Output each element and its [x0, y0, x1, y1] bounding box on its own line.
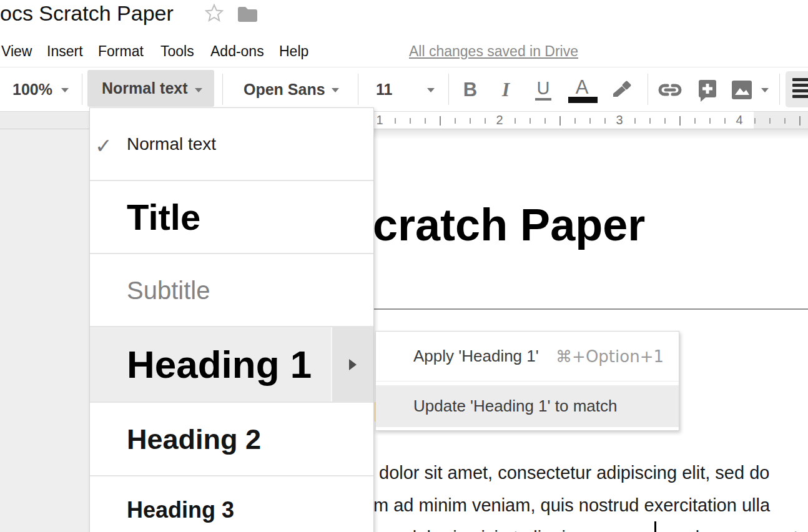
zoom-select[interactable]: 100%: [12, 67, 52, 112]
chevron-down-icon: [195, 88, 202, 92]
text-color-icon: A: [576, 78, 589, 97]
bold-button[interactable]: B: [456, 67, 484, 112]
image-icon: [731, 79, 753, 101]
toolbar-separator: [648, 74, 648, 105]
align-lines-icon: [792, 78, 808, 98]
style-option-label: Heading 3: [90, 499, 234, 521]
menu-addons[interactable]: Add-ons: [210, 42, 264, 61]
style-option-heading-2[interactable]: Heading 2: [90, 403, 373, 476]
paragraph-style-value: Normal text: [102, 70, 188, 107]
paragraph-styles-menu: ✓ Normal text Title Subtitle Heading 1 H…: [89, 107, 374, 532]
chevron-down-icon: [427, 88, 435, 92]
insert-comment-button[interactable]: [694, 67, 721, 112]
comment-icon: [696, 78, 719, 102]
font-select[interactable]: Open Sans: [244, 67, 325, 112]
chevron-down-icon: [332, 88, 339, 92]
style-option-label: Heading 2: [90, 425, 261, 453]
style-option-heading-3[interactable]: Heading 3: [90, 476, 373, 532]
underline-button[interactable]: U: [530, 67, 557, 112]
menu-insert[interactable]: Insert: [47, 42, 83, 61]
chevron-down-icon: [61, 88, 69, 92]
document-title-text: cratch Paper: [373, 199, 645, 251]
star-icon[interactable]: [204, 3, 224, 23]
keyboard-shortcut: ⌘+Option+1: [556, 347, 664, 366]
heading-1-submenu: Apply 'Heading 1' ⌘+Option+1 Update 'Hea…: [375, 331, 679, 431]
body-text-line: dolor sit amet, consectetur adipiscing e…: [379, 461, 769, 484]
apply-heading-1-item[interactable]: Apply 'Heading 1' ⌘+Option+1: [376, 332, 679, 382]
style-option-label: Subtitle: [90, 278, 210, 303]
style-option-label: Title: [90, 199, 200, 235]
title-bar: ocs Scratch Paper: [0, 0, 808, 36]
text-cursor: [654, 521, 656, 532]
toolbar-separator: [222, 74, 223, 105]
font-size-select[interactable]: 11: [376, 67, 392, 112]
align-button[interactable]: [786, 71, 808, 107]
toolbar-separator: [448, 74, 449, 105]
text-color-swatch: [568, 97, 598, 103]
body-text-line: mco laboris nisi ut aliquip ex ea commod…: [373, 526, 808, 532]
update-heading-1-item[interactable]: Update 'Heading 1' to match: [376, 385, 679, 427]
google-docs-app: ocs Scratch Paper View Insert Format Too…: [0, 0, 808, 532]
menu-tools[interactable]: Tools: [160, 42, 194, 61]
link-icon: [657, 79, 683, 101]
underline-icon: U: [535, 79, 552, 101]
update-heading-1-label: Update 'Heading 1' to match: [376, 397, 617, 416]
style-option-label: Heading 1: [90, 345, 312, 384]
menu-help[interactable]: Help: [279, 42, 308, 61]
document-name-field[interactable]: ocs Scratch Paper: [0, 1, 174, 26]
insert-image-button[interactable]: [728, 67, 756, 112]
image-options-chevron-icon[interactable]: [761, 88, 769, 92]
submenu-arrow-icon: [349, 359, 357, 370]
italic-icon: I: [502, 79, 510, 101]
highlight-button[interactable]: [606, 67, 634, 112]
toolbar-separator: [82, 74, 82, 105]
menu-view[interactable]: View: [1, 42, 32, 61]
checkmark-icon: ✓: [95, 135, 112, 156]
menu-format[interactable]: Format: [98, 42, 144, 61]
style-option-subtitle[interactable]: Subtitle: [90, 254, 373, 327]
folder-icon[interactable]: [237, 4, 258, 23]
heading-1-submenu-toggle[interactable]: [331, 327, 373, 401]
paragraph-style-select[interactable]: Normal text: [87, 70, 214, 107]
italic-button[interactable]: I: [492, 67, 520, 112]
toolbar-separator: [779, 74, 780, 105]
highlighter-icon: [608, 78, 632, 102]
style-option-heading-1[interactable]: Heading 1: [90, 327, 373, 403]
style-option-title[interactable]: Title: [90, 181, 373, 254]
apply-heading-1-label: Apply 'Heading 1': [376, 347, 539, 366]
bold-icon: B: [463, 79, 477, 101]
toolbar: 100% Normal text Open Sans 11 B I U A: [0, 67, 808, 112]
menu-bar: View Insert Format Tools Add-ons Help Al…: [0, 36, 808, 67]
save-status-link[interactable]: All changes saved in Drive: [409, 42, 578, 61]
style-option-normal-text[interactable]: ✓ Normal text: [90, 108, 373, 181]
insert-link-button[interactable]: [656, 67, 684, 112]
toolbar-separator: [358, 74, 358, 105]
body-text-line: m ad minim veniam, quis nostrud exercita…: [373, 494, 770, 516]
